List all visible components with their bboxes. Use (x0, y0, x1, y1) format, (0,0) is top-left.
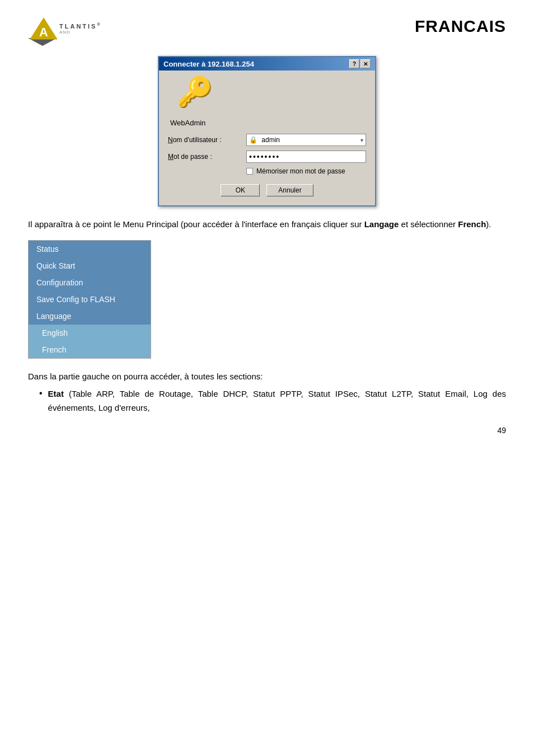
dialog-titlebar: Connecter à 192.168.1.254 ? ✕ (159, 57, 375, 71)
menu-item-language[interactable]: Language (29, 308, 151, 325)
etat-text: (Table ARP, Table de Routage, Table DHCP… (48, 389, 506, 412)
select-arrow-icon: ▾ (360, 137, 363, 143)
logo: A TLANTIS® AND (28, 17, 102, 46)
logo-sub: AND (59, 30, 102, 35)
password-row: Mot de passe : •••••••• (168, 151, 366, 163)
ok-button[interactable]: OK (221, 184, 260, 196)
intro-text-1: Il apparaîtra à ce point le Menu Princip… (28, 219, 364, 229)
logo-top: A TLANTIS® AND (28, 17, 102, 40)
bullet-dot-icon: • (39, 388, 43, 398)
remember-row: Mémoriser mon mot de passe (246, 167, 366, 175)
password-label: Mot de passe : (168, 153, 246, 161)
menu-item-configuration[interactable]: Configuration (29, 274, 151, 291)
etat-bold: Etat (48, 389, 64, 398)
menu-item-english[interactable]: English (29, 325, 151, 341)
user-icon: 🔒 (249, 136, 257, 144)
menu-item-french[interactable]: French (29, 341, 151, 358)
langage-bold: Langage (364, 219, 399, 229)
remember-checkbox[interactable] (246, 168, 253, 175)
intro-paragraph: Il apparaîtra à ce point le Menu Princip… (28, 218, 506, 231)
bottom-paragraph-1: Dans la partie gauche on pourra accéder,… (28, 370, 506, 384)
menu-item-status[interactable]: Status (29, 241, 151, 257)
dialog-icon-area: 🔑 (168, 77, 366, 111)
page-number: 49 (28, 426, 506, 435)
password-input[interactable]: •••••••• (246, 151, 366, 163)
intro-text-2: et sélectionner (399, 219, 458, 229)
intro-text-3: ). (486, 219, 491, 229)
bullet-etat: • Etat (Table ARP, Table de Routage, Tab… (39, 387, 506, 415)
remember-label: Mémoriser mon mot de passe (256, 167, 345, 175)
username-value: admin (261, 136, 280, 144)
close-button[interactable]: ✕ (360, 59, 371, 68)
menu-item-saveconfig[interactable]: Save Config to FLASH (29, 291, 151, 308)
cancel-button[interactable]: Annuler (266, 184, 313, 196)
logo-brand: TLANTIS® (59, 22, 102, 30)
logo-triangle: A (28, 17, 59, 40)
dialog-titlebar-buttons: ? ✕ (349, 59, 371, 68)
username-row: Nom d'utilisateur : 🔒 admin ▾ (168, 134, 366, 146)
bullet-etat-text: Etat (Table ARP, Table de Routage, Table… (48, 387, 506, 415)
bottom-text-1: Dans la partie gauche on pourra accéder,… (28, 372, 263, 381)
navigation-menu: Status Quick Start Configuration Save Co… (28, 240, 151, 359)
french-bold: French (458, 219, 486, 229)
page-header: A TLANTIS® AND FRANCAIS (28, 17, 506, 46)
key-icon: 🔑 (177, 75, 213, 111)
username-select[interactable]: 🔒 admin ▾ (246, 134, 366, 146)
logo-name: TLANTIS® AND (59, 22, 102, 35)
dialog-content: 🔑 WebAdmin Nom d'utilisateur : 🔒 admin ▾… (159, 71, 375, 205)
app-name: WebAdmin (168, 119, 366, 127)
password-value: •••••••• (249, 152, 280, 161)
dialog-title: Connecter à 192.168.1.254 (163, 60, 254, 68)
login-dialog: Connecter à 192.168.1.254 ? ✕ 🔑 WebAdmin… (158, 56, 376, 206)
menu-item-quickstart[interactable]: Quick Start (29, 257, 151, 274)
dialog-buttons: OK Annuler (168, 184, 366, 196)
help-button[interactable]: ? (349, 59, 359, 68)
svg-text:A: A (39, 25, 48, 39)
username-label: Nom d'utilisateur : (168, 136, 246, 144)
page-title: FRANCAIS (415, 17, 506, 36)
